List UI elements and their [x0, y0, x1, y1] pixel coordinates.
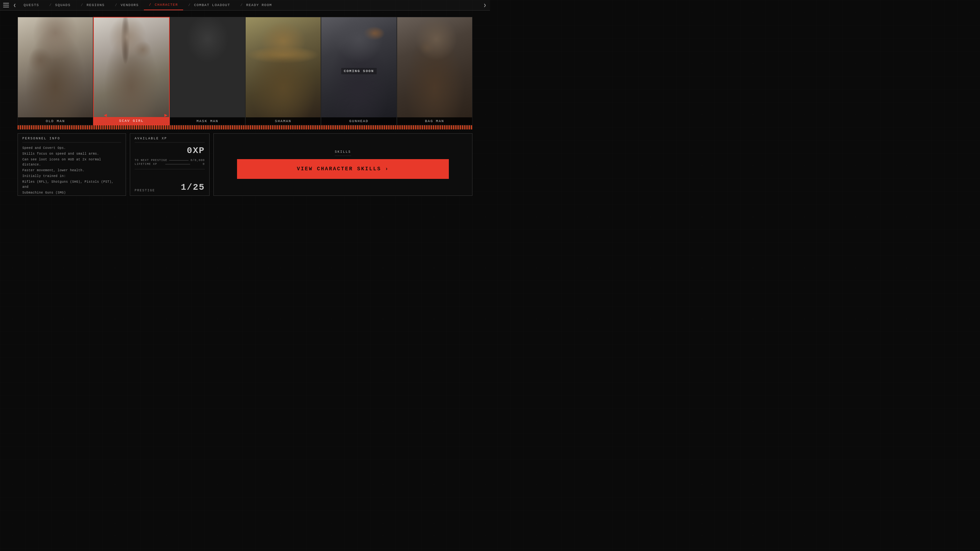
carousel-arrow-right[interactable]: ▶ [163, 112, 169, 118]
char-name-mask-man: MASK MAN [170, 118, 245, 125]
character-card-mask-man[interactable]: MASK MAN [170, 17, 245, 125]
to-next-prestige-label: TO NEXT PRESTIGE [135, 159, 167, 162]
xp-divider [135, 169, 205, 169]
lifetime-xp-row: LIFETIME XP 0 [135, 163, 205, 166]
skills-title: SKILLS [335, 150, 351, 156]
personnel-line-6: Rifles (RFL), Shotguns (SHG), Pistols (P… [22, 179, 121, 190]
nav-item-quests[interactable]: QUESTS [19, 0, 45, 10]
nav-item-vendors[interactable]: VENDORS [110, 0, 144, 10]
personnel-line-2: Skills focus on speed and small arms. [22, 151, 121, 157]
lifetime-xp-label: LIFETIME XP [135, 163, 163, 166]
personnel-line-1: Speed and Covert Ops. [22, 146, 121, 151]
prestige-row: PRESTIGE 1/25 [135, 181, 205, 192]
nav-item-character[interactable]: CHARACTER [144, 0, 183, 10]
to-next-prestige-bar [169, 160, 189, 161]
personnel-line-5: Initially trained in: [22, 174, 121, 179]
lifetime-xp-value: 0 [192, 163, 205, 166]
coming-soon-label: COMING SOON [341, 68, 377, 74]
top-navigation: ❮ QUESTS SQUADS REGIONS VENDORS CHARACTE… [0, 0, 490, 11]
skills-panel: SKILLS VIEW CHARACTER SKILLS › [213, 133, 473, 196]
character-card-gunhead[interactable]: COMING SOON GUNHEAD [321, 17, 396, 125]
char-name-gunhead: GUNHEAD [321, 118, 396, 125]
character-card-old-man[interactable]: OLD MAN [18, 17, 93, 125]
to-next-prestige-value: 0/8,000 [191, 159, 205, 162]
nav-items: QUESTS SQUADS REGIONS VENDORS CHARACTER … [19, 0, 481, 10]
personnel-line-4: Faster movement, lower health. [22, 168, 121, 173]
char-name-bag-man: BAG MAN [397, 118, 472, 125]
dots-bar-decoration [18, 125, 473, 129]
info-panels: PERSONNEL INFO Speed and Covert Ops. Ski… [0, 129, 490, 200]
nav-prev-arrow[interactable]: ❮ [11, 1, 19, 9]
nav-item-regions[interactable]: REGIONS [76, 0, 110, 10]
nav-next-arrow[interactable]: ❯ [481, 1, 489, 9]
view-character-skills-button[interactable]: VIEW CHARACTER SKILLS › [237, 159, 449, 179]
char-name-shaman: SHAMAN [246, 118, 321, 125]
available-xp-panel: AVAILABLE XP 0XP TO NEXT PRESTIGE 0/8,00… [130, 133, 210, 196]
personnel-info-title: PERSONNEL INFO [22, 137, 121, 143]
personnel-info-panel: PERSONNEL INFO Speed and Covert Ops. Ski… [18, 133, 126, 196]
lifetime-xp-bar [165, 164, 190, 165]
carousel-arrow-left[interactable]: ◀ [102, 112, 108, 118]
prestige-label: PRESTIGE [135, 189, 155, 192]
character-carousel: OLD MAN SCAV GIRL MASK MAN SHAMAN COMING… [0, 17, 490, 125]
personnel-line-3: Can see loot icons on HUD at 2x normal d… [22, 157, 121, 167]
prestige-value: 1/25 [181, 183, 205, 192]
to-next-prestige-row: TO NEXT PRESTIGE 0/8,000 [135, 159, 205, 162]
nav-item-squads[interactable]: SQUADS [45, 0, 76, 10]
nav-item-combat-loadout[interactable]: COMBAT LOADOUT [183, 0, 235, 10]
character-card-scav-girl[interactable]: SCAV GIRL [93, 17, 169, 125]
nav-item-ready-room[interactable]: READY ROOM [235, 0, 277, 10]
character-card-shaman[interactable]: SHAMAN [245, 17, 321, 125]
available-xp-title: AVAILABLE XP [135, 137, 205, 143]
personnel-line-7: Submachine Guns (SMG) [22, 191, 121, 195]
menu-button[interactable] [1, 0, 11, 10]
char-name-old-man: OLD MAN [18, 118, 93, 125]
view-skills-arrow: › [385, 166, 389, 172]
character-card-bag-man[interactable]: BAG MAN [397, 17, 473, 125]
xp-value: 0XP [135, 146, 205, 156]
view-skills-label: VIEW CHARACTER SKILLS [297, 166, 381, 172]
